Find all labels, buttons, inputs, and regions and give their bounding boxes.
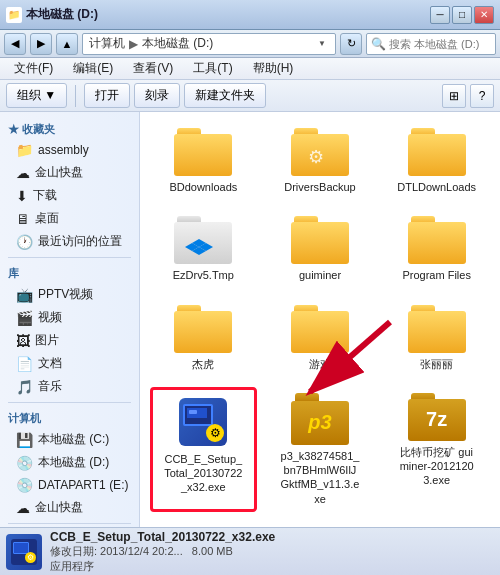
sidebar-item-docs[interactable]: 📄 文档 (0, 352, 139, 375)
address-path[interactable]: 计算机 ▶ 本地磁盘 (D:) ▼ (82, 33, 336, 55)
status-type: 应用程序 (50, 559, 494, 574)
sidebar-library-title[interactable]: 库 (0, 262, 139, 283)
sidebar-item-recent-label: 最近访问的位置 (38, 233, 122, 250)
view-mode-button[interactable]: ⊞ (442, 84, 466, 108)
sidebar-item-desktop[interactable]: 🖥 桌面 (0, 207, 139, 230)
file-label-zhanglili: 张丽丽 (420, 357, 453, 371)
sidebar-item-cloud[interactable]: ☁ 金山快盘 (0, 496, 139, 519)
file-item-bddownloads[interactable]: BDdownloads (150, 122, 257, 200)
file-label-youxi: 游戏 (309, 357, 331, 371)
share-button[interactable]: 刻录 (134, 83, 180, 108)
pictures-icon: 🖼 (16, 333, 30, 349)
sidebar-computer-title[interactable]: 计算机 (0, 407, 139, 428)
sidebar-item-pptv[interactable]: 📺 PPTV视频 (0, 283, 139, 306)
docs-icon: 📄 (16, 356, 33, 372)
titlebar-left: 📁 本地磁盘 (D:) (6, 6, 430, 23)
folder-icon-jiehu (173, 305, 233, 353)
menubar: 文件(F) 编辑(E) 查看(V) 工具(T) 帮助(H) (0, 58, 500, 80)
status-text: CCB_E_Setup_Total_20130722_x32.exe 修改日期:… (50, 530, 494, 574)
sidebar-item-d-label: 本地磁盘 (D:) (38, 454, 109, 471)
folder-icon-ezdrv (173, 216, 233, 264)
file-label-dtldownloads: DTLDownLoads (397, 180, 476, 194)
menu-edit[interactable]: 编辑(E) (65, 58, 121, 79)
folder-icon-programfiles (407, 216, 467, 264)
dropbox-svg (185, 235, 213, 255)
titlebar-controls: ─ □ ✕ (430, 6, 494, 24)
search-input[interactable] (389, 38, 500, 50)
menu-tools[interactable]: 工具(T) (185, 58, 240, 79)
file-item-p3[interactable]: p3 p3_k38274581_bn7BHmlW6IlJGktfMB_v11.3… (267, 387, 374, 512)
main-area: ★ 收藏夹 📁 assembly ☁ 金山快盘 ⬇ 下载 🖥 桌面 🕐 最近访问… (0, 112, 500, 527)
sidebar-item-jinshan[interactable]: ☁ 金山快盘 (0, 161, 139, 184)
path-computer: 计算机 (89, 35, 125, 52)
minimize-button[interactable]: ─ (430, 6, 450, 24)
drive-d-icon: 💿 (16, 455, 33, 471)
file-label-p3: p3_k38274581_bn7BHmlW6IlJGktfMB_v11.3.ex… (280, 449, 360, 506)
sidebar-item-assembly[interactable]: 📁 assembly (0, 139, 139, 161)
up-button[interactable]: ▲ (56, 33, 78, 55)
gold-folder-icon: p3 (291, 393, 349, 445)
forward-button[interactable]: ▶ (30, 33, 52, 55)
music-icon: 🎵 (16, 379, 33, 395)
sidebar-sep2 (8, 402, 131, 403)
new-folder-button[interactable]: 新建文件夹 (184, 83, 266, 108)
back-button[interactable]: ◀ (4, 33, 26, 55)
exe-settings-icon: ⚙ (206, 424, 224, 442)
sidebar-item-desktop-label: 桌面 (35, 210, 59, 227)
sidebar-item-assembly-label: assembly (38, 143, 89, 157)
menu-view[interactable]: 查看(V) (125, 58, 181, 79)
file-label-ccb: CCB_E_Setup_Total_20130722_x32.exe (163, 452, 243, 495)
file-label-bitcoin: 比特币挖矿 guiminer-20121203.exe (397, 445, 477, 488)
file-item-bitcoin[interactable]: 7z 比特币挖矿 guiminer-20121203.exe (383, 387, 490, 512)
exe-icon-ccb: ⚙ (173, 396, 233, 448)
help-icon-button[interactable]: ? (470, 84, 494, 108)
status-file-icon: ⚙ (6, 534, 42, 570)
sidebar-item-e[interactable]: 💿 DATAPART1 (E:) (0, 474, 139, 496)
sidebar-favorites-title[interactable]: ★ 收藏夹 (0, 118, 139, 139)
sidebar-item-jinshan-label: 金山快盘 (35, 164, 83, 181)
file-item-zhanglili[interactable]: 张丽丽 (383, 299, 490, 377)
folder-icon-zhanglili (407, 305, 467, 353)
folder-icon-guiminer (290, 216, 350, 264)
file-item-guiminer[interactable]: guiminer (267, 210, 374, 288)
download-icon: ⬇ (16, 188, 28, 204)
close-button[interactable]: ✕ (474, 6, 494, 24)
folder-icon-youxi (290, 305, 350, 353)
sidebar-item-e-label: DATAPART1 (E:) (38, 478, 128, 492)
sidebar-item-recent[interactable]: 🕐 最近访问的位置 (0, 230, 139, 253)
file-item-driversbackup[interactable]: ⚙ DriversBackup (267, 122, 374, 200)
pptv-icon: 📺 (16, 287, 33, 303)
file-item-programfiles[interactable]: Program Files (383, 210, 490, 288)
path-dropdown-icon[interactable]: ▼ (315, 37, 329, 51)
open-button[interactable]: 打开 (84, 83, 130, 108)
sidebar-sep3 (8, 523, 131, 524)
sidebar-item-video[interactable]: 🎬 视频 (0, 306, 139, 329)
drive-e-icon: 💿 (16, 477, 33, 493)
sidebar-item-pictures[interactable]: 🖼 图片 (0, 329, 139, 352)
sidebar-item-music[interactable]: 🎵 音乐 (0, 375, 139, 398)
file-item-ccb-exe[interactable]: ⚙ CCB_E_Setup_Total_20130722_x32.exe (150, 387, 257, 512)
file-label-guiminer: guiminer (299, 268, 341, 282)
refresh-button[interactable]: ↻ (340, 33, 362, 55)
sidebar-item-d[interactable]: 💿 本地磁盘 (D:) (0, 451, 139, 474)
file-item-youxi[interactable]: 游戏 (267, 299, 374, 377)
menu-help[interactable]: 帮助(H) (245, 58, 302, 79)
sidebar-item-c[interactable]: 💾 本地磁盘 (C:) (0, 428, 139, 451)
file-item-jiehu[interactable]: 杰虎 (150, 299, 257, 377)
toolbar: 组织 ▼ 打开 刻录 新建文件夹 ⊞ ? (0, 80, 500, 112)
titlebar: 📁 本地磁盘 (D:) ─ □ ✕ (0, 0, 500, 30)
toolbar-separator (75, 85, 76, 107)
organize-button[interactable]: 组织 ▼ (6, 83, 67, 108)
status-modified: 修改日期: 2013/12/4 20:2... (50, 545, 183, 557)
file-item-ezdrv[interactable]: EzDrv5.Tmp (150, 210, 257, 288)
video-icon: 🎬 (16, 310, 33, 326)
maximize-button[interactable]: □ (452, 6, 472, 24)
gold-text-icon: p3 (308, 411, 331, 434)
file-label-programfiles: Program Files (402, 268, 470, 282)
sidebar-item-cloud-label: 金山快盘 (35, 499, 83, 516)
titlebar-title: 本地磁盘 (D:) (26, 6, 98, 23)
menu-file[interactable]: 文件(F) (6, 58, 61, 79)
file-item-dtldownloads[interactable]: DTLDownLoads (383, 122, 490, 200)
sidebar-sep1 (8, 257, 131, 258)
sidebar-item-downloads[interactable]: ⬇ 下载 (0, 184, 139, 207)
